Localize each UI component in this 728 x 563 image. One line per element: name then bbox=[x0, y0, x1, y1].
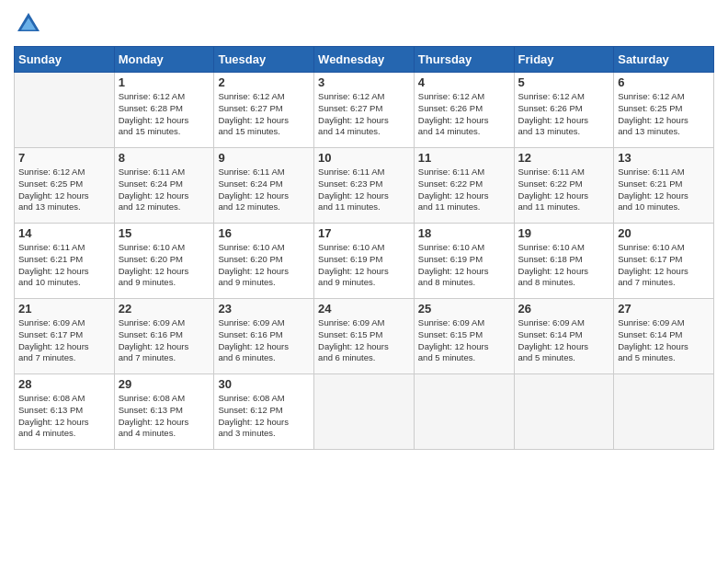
week-row-4: 28Sunrise: 6:08 AM Sunset: 6:13 PM Dayli… bbox=[15, 374, 714, 450]
calendar-cell: 5Sunrise: 6:12 AM Sunset: 6:26 PM Daylig… bbox=[514, 73, 614, 148]
calendar-cell: 27Sunrise: 6:09 AM Sunset: 6:14 PM Dayli… bbox=[614, 299, 714, 374]
day-info: Sunrise: 6:12 AM Sunset: 6:25 PM Dayligh… bbox=[618, 91, 710, 138]
day-info: Sunrise: 6:10 AM Sunset: 6:19 PM Dayligh… bbox=[318, 242, 410, 289]
day-number: 18 bbox=[418, 226, 510, 240]
weekday-header-tuesday: Tuesday bbox=[214, 47, 314, 73]
calendar-cell: 3Sunrise: 6:12 AM Sunset: 6:27 PM Daylig… bbox=[314, 73, 415, 148]
day-number: 29 bbox=[119, 377, 210, 391]
day-info: Sunrise: 6:10 AM Sunset: 6:17 PM Dayligh… bbox=[618, 242, 710, 289]
calendar-cell: 25Sunrise: 6:09 AM Sunset: 6:15 PM Dayli… bbox=[414, 299, 514, 374]
day-number: 9 bbox=[218, 151, 310, 165]
calendar-cell: 9Sunrise: 6:11 AM Sunset: 6:24 PM Daylig… bbox=[214, 148, 314, 224]
day-number: 24 bbox=[318, 302, 410, 316]
day-info: Sunrise: 6:11 AM Sunset: 6:21 PM Dayligh… bbox=[18, 242, 110, 289]
day-info: Sunrise: 6:10 AM Sunset: 6:20 PM Dayligh… bbox=[119, 242, 210, 289]
day-info: Sunrise: 6:12 AM Sunset: 6:25 PM Dayligh… bbox=[18, 167, 110, 213]
day-info: Sunrise: 6:09 AM Sunset: 6:15 PM Dayligh… bbox=[418, 317, 510, 364]
weekday-header-sunday: Sunday bbox=[15, 47, 115, 73]
day-info: Sunrise: 6:10 AM Sunset: 6:19 PM Dayligh… bbox=[418, 242, 510, 289]
day-number: 11 bbox=[418, 151, 510, 165]
calendar-cell: 12Sunrise: 6:11 AM Sunset: 6:22 PM Dayli… bbox=[514, 148, 614, 224]
calendar-cell: 22Sunrise: 6:09 AM Sunset: 6:16 PM Dayli… bbox=[114, 299, 214, 374]
day-number: 5 bbox=[518, 75, 610, 89]
calendar-cell: 15Sunrise: 6:10 AM Sunset: 6:20 PM Dayli… bbox=[114, 224, 214, 299]
weekday-header-monday: Monday bbox=[114, 47, 214, 73]
day-number: 6 bbox=[618, 75, 710, 89]
day-info: Sunrise: 6:11 AM Sunset: 6:24 PM Dayligh… bbox=[218, 167, 310, 213]
day-number: 16 bbox=[218, 226, 310, 240]
day-info: Sunrise: 6:09 AM Sunset: 6:17 PM Dayligh… bbox=[18, 317, 110, 364]
day-info: Sunrise: 6:11 AM Sunset: 6:22 PM Dayligh… bbox=[418, 167, 510, 213]
day-number: 15 bbox=[119, 226, 210, 240]
day-info: Sunrise: 6:12 AM Sunset: 6:26 PM Dayligh… bbox=[518, 91, 610, 138]
day-number: 19 bbox=[518, 226, 610, 240]
calendar-cell: 23Sunrise: 6:09 AM Sunset: 6:16 PM Dayli… bbox=[214, 299, 314, 374]
day-number: 26 bbox=[518, 302, 610, 316]
calendar-cell: 24Sunrise: 6:09 AM Sunset: 6:15 PM Dayli… bbox=[314, 299, 415, 374]
day-info: Sunrise: 6:10 AM Sunset: 6:18 PM Dayligh… bbox=[518, 242, 610, 289]
day-info: Sunrise: 6:08 AM Sunset: 6:12 PM Dayligh… bbox=[218, 393, 310, 440]
day-info: Sunrise: 6:09 AM Sunset: 6:16 PM Dayligh… bbox=[218, 317, 310, 364]
calendar-cell: 14Sunrise: 6:11 AM Sunset: 6:21 PM Dayli… bbox=[15, 224, 115, 299]
day-number: 21 bbox=[18, 302, 110, 316]
day-number: 27 bbox=[618, 302, 710, 316]
day-info: Sunrise: 6:09 AM Sunset: 6:15 PM Dayligh… bbox=[318, 317, 410, 364]
weekday-header-thursday: Thursday bbox=[414, 47, 514, 73]
calendar-cell bbox=[414, 374, 514, 450]
day-number: 30 bbox=[218, 377, 310, 391]
day-number: 20 bbox=[618, 226, 710, 240]
day-number: 2 bbox=[218, 75, 310, 89]
calendar-cell: 11Sunrise: 6:11 AM Sunset: 6:22 PM Dayli… bbox=[414, 148, 514, 224]
day-info: Sunrise: 6:08 AM Sunset: 6:13 PM Dayligh… bbox=[119, 393, 210, 440]
week-row-2: 14Sunrise: 6:11 AM Sunset: 6:21 PM Dayli… bbox=[15, 224, 714, 299]
week-row-1: 7Sunrise: 6:12 AM Sunset: 6:25 PM Daylig… bbox=[15, 148, 714, 224]
day-number: 28 bbox=[18, 377, 110, 391]
calendar-cell bbox=[314, 374, 415, 450]
calendar-cell: 30Sunrise: 6:08 AM Sunset: 6:12 PM Dayli… bbox=[214, 374, 314, 450]
day-number: 14 bbox=[18, 226, 110, 240]
day-number: 4 bbox=[418, 75, 510, 89]
day-number: 8 bbox=[119, 151, 210, 165]
header bbox=[14, 9, 714, 39]
logo bbox=[14, 9, 47, 39]
day-number: 1 bbox=[119, 75, 210, 89]
calendar-cell: 7Sunrise: 6:12 AM Sunset: 6:25 PM Daylig… bbox=[15, 148, 115, 224]
calendar-cell bbox=[614, 374, 714, 450]
calendar-cell: 2Sunrise: 6:12 AM Sunset: 6:27 PM Daylig… bbox=[214, 73, 314, 148]
day-info: Sunrise: 6:09 AM Sunset: 6:14 PM Dayligh… bbox=[618, 317, 710, 364]
calendar-cell: 28Sunrise: 6:08 AM Sunset: 6:13 PM Dayli… bbox=[15, 374, 115, 450]
logo-icon bbox=[14, 9, 43, 39]
day-info: Sunrise: 6:11 AM Sunset: 6:22 PM Dayligh… bbox=[518, 167, 610, 213]
calendar-cell bbox=[15, 73, 115, 148]
calendar-table: SundayMondayTuesdayWednesdayThursdayFrid… bbox=[14, 46, 714, 450]
day-info: Sunrise: 6:12 AM Sunset: 6:26 PM Dayligh… bbox=[418, 91, 510, 138]
day-info: Sunrise: 6:09 AM Sunset: 6:14 PM Dayligh… bbox=[518, 317, 610, 364]
weekday-header-wednesday: Wednesday bbox=[314, 47, 415, 73]
calendar-cell: 17Sunrise: 6:10 AM Sunset: 6:19 PM Dayli… bbox=[314, 224, 415, 299]
calendar-cell: 10Sunrise: 6:11 AM Sunset: 6:23 PM Dayli… bbox=[314, 148, 415, 224]
calendar-cell: 21Sunrise: 6:09 AM Sunset: 6:17 PM Dayli… bbox=[15, 299, 115, 374]
calendar-cell: 29Sunrise: 6:08 AM Sunset: 6:13 PM Dayli… bbox=[114, 374, 214, 450]
day-info: Sunrise: 6:12 AM Sunset: 6:27 PM Dayligh… bbox=[218, 91, 310, 138]
calendar-cell: 16Sunrise: 6:10 AM Sunset: 6:20 PM Dayli… bbox=[214, 224, 314, 299]
day-number: 12 bbox=[518, 151, 610, 165]
weekday-header-friday: Friday bbox=[514, 47, 614, 73]
calendar-cell bbox=[514, 374, 614, 450]
calendar-cell: 4Sunrise: 6:12 AM Sunset: 6:26 PM Daylig… bbox=[414, 73, 514, 148]
day-number: 22 bbox=[119, 302, 210, 316]
day-info: Sunrise: 6:11 AM Sunset: 6:24 PM Dayligh… bbox=[119, 167, 210, 213]
calendar-cell: 19Sunrise: 6:10 AM Sunset: 6:18 PM Dayli… bbox=[514, 224, 614, 299]
day-number: 3 bbox=[318, 75, 410, 89]
day-number: 7 bbox=[18, 151, 110, 165]
day-info: Sunrise: 6:09 AM Sunset: 6:16 PM Dayligh… bbox=[119, 317, 210, 364]
calendar-cell: 20Sunrise: 6:10 AM Sunset: 6:17 PM Dayli… bbox=[614, 224, 714, 299]
calendar-cell: 8Sunrise: 6:11 AM Sunset: 6:24 PM Daylig… bbox=[114, 148, 214, 224]
day-info: Sunrise: 6:11 AM Sunset: 6:21 PM Dayligh… bbox=[618, 167, 710, 213]
calendar-cell: 13Sunrise: 6:11 AM Sunset: 6:21 PM Dayli… bbox=[614, 148, 714, 224]
day-info: Sunrise: 6:11 AM Sunset: 6:23 PM Dayligh… bbox=[318, 167, 410, 213]
day-info: Sunrise: 6:10 AM Sunset: 6:20 PM Dayligh… bbox=[218, 242, 310, 289]
weekday-header-row: SundayMondayTuesdayWednesdayThursdayFrid… bbox=[15, 47, 714, 73]
calendar-cell: 18Sunrise: 6:10 AM Sunset: 6:19 PM Dayli… bbox=[414, 224, 514, 299]
day-info: Sunrise: 6:12 AM Sunset: 6:28 PM Dayligh… bbox=[119, 91, 210, 138]
weekday-header-saturday: Saturday bbox=[614, 47, 714, 73]
